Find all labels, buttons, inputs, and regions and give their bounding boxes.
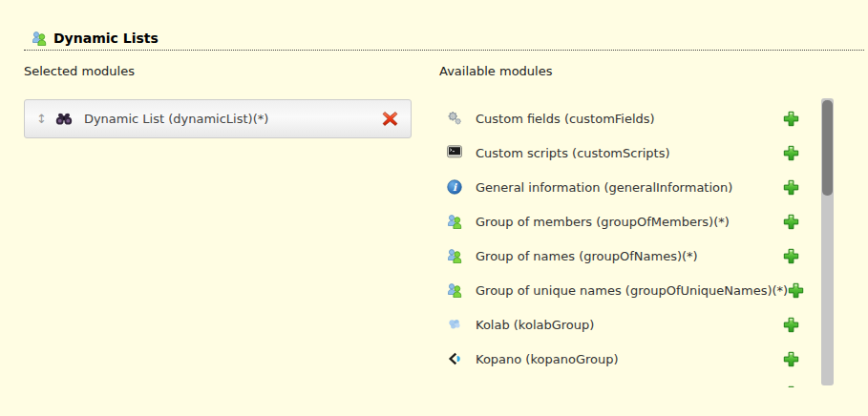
available-module-row: Custom scripts (customScripts) bbox=[439, 135, 812, 170]
drag-handle-icon[interactable]: ↕ bbox=[36, 113, 47, 125]
selected-module-label: Dynamic List (dynamicList)(*) bbox=[84, 112, 268, 126]
available-module-label: Kolab (kolabGroup) bbox=[476, 318, 594, 332]
available-module-label: Custom fields (customFields) bbox=[476, 112, 655, 126]
available-module-label: Group of members (groupOfMembers)(*) bbox=[476, 215, 730, 229]
add-module-button[interactable] bbox=[783, 214, 799, 230]
add-module-button[interactable] bbox=[783, 248, 799, 264]
available-module-row: Group of unique names (groupOfUniqueName… bbox=[439, 273, 812, 307]
page-title: Dynamic Lists bbox=[53, 31, 159, 46]
group-icon bbox=[447, 248, 462, 263]
available-module-row: Group of names (groupOfNames)(*) bbox=[439, 239, 812, 273]
available-module-row: Kopano (kopanoGroup) bbox=[439, 342, 812, 376]
page-header: Dynamic Lists bbox=[24, 31, 159, 46]
available-module-row bbox=[439, 376, 812, 387]
binoculars-icon bbox=[55, 113, 73, 125]
available-module-row: Kolab (kolabGroup) bbox=[439, 307, 812, 342]
available-module-label: Custom scripts (customScripts) bbox=[476, 146, 670, 160]
add-module-button[interactable] bbox=[783, 351, 799, 367]
available-module-row: Group of members (groupOfMembers)(*) bbox=[439, 204, 812, 239]
info-icon: i bbox=[447, 179, 462, 195]
gears-icon bbox=[447, 111, 462, 126]
add-module-button[interactable] bbox=[783, 145, 799, 161]
available-module-label: Kopano (kopanoGroup) bbox=[476, 352, 619, 366]
add-module-button[interactable] bbox=[783, 317, 799, 333]
group-icon bbox=[447, 214, 462, 229]
kopano-icon bbox=[447, 351, 462, 366]
available-module-label: Group of unique names (groupOfUniqueName… bbox=[476, 283, 788, 298]
remove-button[interactable] bbox=[382, 111, 398, 127]
available-module-label: General information (generalInformation) bbox=[476, 180, 732, 195]
available-modules-label: Available modules bbox=[439, 64, 552, 78]
add-module-button[interactable] bbox=[788, 282, 804, 299]
available-modules-list: Custom fields (customFields) Custom scri… bbox=[439, 98, 812, 387]
available-module-row: i General information (generalInformatio… bbox=[439, 170, 812, 204]
scrollbar[interactable] bbox=[821, 98, 834, 385]
module-selection-page: Dynamic Lists Selected modules ↕ Dynamic… bbox=[0, 0, 868, 416]
kolab-cloud-icon bbox=[447, 317, 462, 332]
add-module-button[interactable] bbox=[783, 179, 799, 196]
group-icon bbox=[447, 282, 462, 298]
group-icon bbox=[32, 31, 47, 46]
scrollbar-thumb[interactable] bbox=[822, 100, 833, 196]
available-module-label: Group of names (groupOfNames)(*) bbox=[476, 249, 698, 263]
add-module-button[interactable] bbox=[783, 385, 799, 388]
header-divider bbox=[24, 50, 864, 51]
add-module-button[interactable] bbox=[783, 111, 799, 127]
selected-modules-label: Selected modules bbox=[24, 64, 135, 78]
terminal-icon bbox=[447, 145, 462, 160]
available-module-row: Custom fields (customFields) bbox=[439, 101, 812, 135]
selected-module-row[interactable]: ↕ Dynamic List (dynamicList)(*) bbox=[24, 99, 412, 138]
